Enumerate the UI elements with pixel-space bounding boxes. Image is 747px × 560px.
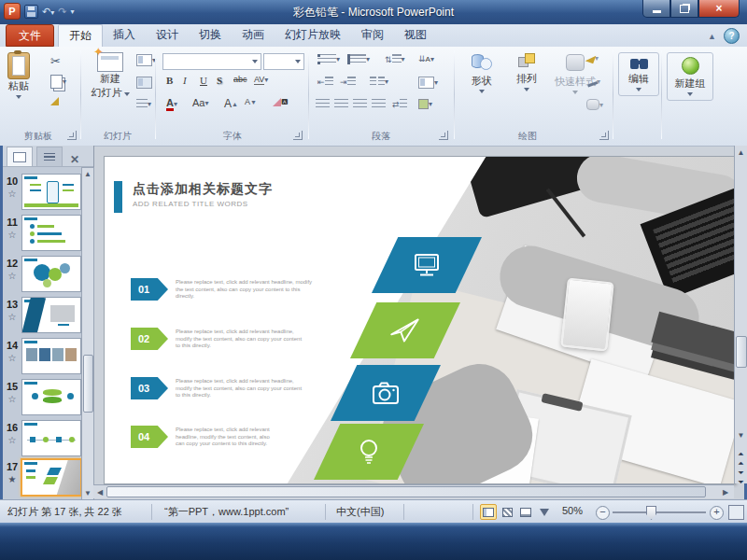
paste-button[interactable]: 粘贴 [7,52,30,99]
shape-effects-icon[interactable]: ▾ [586,99,603,110]
panel-scrollbar[interactable]: ▲ ▼ [81,167,94,500]
font-name-combobox[interactable] [162,53,261,70]
slide-subtitle[interactable]: ADD RELATED TITLE WORDS [133,200,248,208]
tab-outline[interactable] [36,147,63,166]
clipboard-dialog-launcher[interactable] [67,131,77,140]
zoom-level[interactable]: 50% [562,505,583,516]
editor-hscrollbar[interactable]: ◀ ▶ [93,484,734,498]
tab-design[interactable]: 设计 [146,24,189,46]
slide-thumbnail[interactable] [21,256,81,292]
thumbnail-row-17-selected[interactable]: 17★ [3,459,81,498]
tab-view[interactable]: 视图 [394,24,437,46]
vscrollbar-thumb[interactable] [736,336,747,368]
slide-title[interactable]: 点击添加相关标题文字 [133,181,273,198]
text-shadow-button[interactable]: S [217,75,222,86]
character-spacing-button[interactable]: AV▾ [254,75,268,85]
tab-slides-thumbnails[interactable] [7,147,33,166]
align-left-icon[interactable] [316,99,330,109]
arrange-button[interactable]: 排列 [506,54,547,91]
align-right-icon[interactable] [353,99,367,109]
language-status[interactable]: 中文(中国) [336,505,384,519]
slide-thumbnail[interactable] [21,297,81,333]
strikethrough-button[interactable]: abc [233,75,247,84]
editing-button[interactable]: 编辑 [618,52,659,96]
thumbnail-row-15[interactable]: 15☆ [3,379,81,418]
drawing-dialog-launcher[interactable] [599,131,609,140]
thumbnail-row-12[interactable]: 12☆ [3,256,81,295]
thumbnail-row-11[interactable]: 11☆ [3,215,81,254]
justify-icon[interactable] [372,99,386,109]
slide-layout-icon[interactable]: ▾ [136,54,156,66]
paragraph-dialog-launcher[interactable] [439,131,448,140]
zoom-slider-thumb[interactable] [646,506,656,520]
decrease-indent-icon[interactable]: ⇤ [317,77,333,87]
columns-icon[interactable]: ▾ [370,77,388,87]
reset-slide-icon[interactable] [136,77,152,89]
shrink-font-button[interactable]: A▼ [245,97,257,106]
scroll-left-icon[interactable]: ◀ [95,488,105,497]
scroll-right-icon[interactable]: ▶ [721,488,730,497]
slide-sorter-view-button[interactable] [499,504,515,520]
bullets-icon[interactable]: ▾ [317,54,340,64]
scroll-down-icon[interactable]: ▼ [82,489,93,497]
change-case-button[interactable]: Aa▾ [192,97,208,108]
text-direction-icon[interactable]: ⇊A▾ [418,54,434,63]
cut-icon[interactable]: ✂ [50,54,61,68]
slide-thumbnail[interactable] [21,458,82,497]
slide-thumbnail[interactable] [21,174,81,210]
italic-button[interactable]: I [183,75,187,86]
font-size-combobox[interactable] [263,53,304,70]
file-tab[interactable]: 文件 [6,24,54,47]
shapes-button[interactable]: 形状 [461,54,502,93]
minimize-button[interactable] [642,0,670,18]
tab-transitions[interactable]: 切换 [189,24,232,46]
slide-thumbnail[interactable] [21,338,81,374]
close-button[interactable]: × [698,0,740,18]
tab-review[interactable]: 审阅 [351,24,394,46]
panel-scrollbar-thumb[interactable] [83,355,93,413]
numbering-icon[interactable]: ▾ [347,54,370,64]
new-group-button[interactable]: 新建组 [667,52,713,101]
slideshow-view-button[interactable] [536,504,553,520]
fit-to-window-button[interactable] [728,505,744,520]
distribute-icon[interactable]: ⇄ [392,99,407,109]
help-icon[interactable]: ? [724,28,740,44]
tab-insert[interactable]: 插入 [103,24,146,46]
next-slide-icon[interactable]: ⏷⏷ [735,469,747,487]
reading-view-button[interactable] [517,504,534,520]
grow-font-button[interactable]: A▲ [224,97,238,110]
zoom-slider-track[interactable] [613,511,706,513]
increase-indent-icon[interactable]: ⇥ [340,77,356,87]
shape-outline-icon[interactable]: ▾ [586,77,600,86]
bold-button[interactable]: B [166,75,173,86]
restore-button[interactable] [670,0,698,18]
list-item-03[interactable]: 03 Please replace text, click add releva… [131,377,355,401]
zoom-out-button[interactable]: − [596,506,610,520]
scroll-up-icon[interactable]: ▲ [735,148,747,157]
shape-fill-icon[interactable]: ▾ [586,54,599,63]
line-spacing-icon[interactable]: ⇅▾ [385,54,405,64]
section-icon[interactable]: ▾ [136,99,151,109]
align-center-icon[interactable] [334,99,348,109]
copy-icon[interactable]: ▾ [50,75,66,89]
zoom-in-button[interactable]: + [710,506,724,520]
tab-animations[interactable]: 动画 [232,24,275,46]
list-item-01[interactable]: 01 Please replace text, click add releva… [131,278,355,302]
tab-home[interactable]: 开始 [58,24,103,47]
normal-view-button[interactable] [480,504,497,520]
slide-thumbnail[interactable] [21,420,81,456]
theme-name[interactable]: “第一PPT，www.1ppt.com” [164,505,289,519]
hscrollbar-thumb[interactable] [106,486,706,497]
slide-counter[interactable]: 幻灯片 第 17 张, 共 22 张 [7,505,122,519]
panel-close-icon[interactable]: ✕ [70,153,79,166]
new-slide-button[interactable]: 新建 幻灯片 [88,52,133,100]
font-dialog-launcher[interactable] [293,131,303,140]
thumbnail-row-13[interactable]: 13☆ [3,297,81,336]
align-text-icon[interactable]: ▾ [418,77,438,89]
font-color-button[interactable]: A▾ [166,97,177,111]
clear-formatting-icon[interactable]: 🅰 [273,97,288,106]
tab-slideshow[interactable]: 幻灯片放映 [275,24,351,46]
collapse-ribbon-icon[interactable]: ▲ [708,32,716,41]
editor-vscrollbar[interactable]: ▲ ▼ ⏶⏶ ⏷⏷ [734,146,747,483]
previous-slide-icon[interactable]: ⏶⏶ [735,450,747,469]
